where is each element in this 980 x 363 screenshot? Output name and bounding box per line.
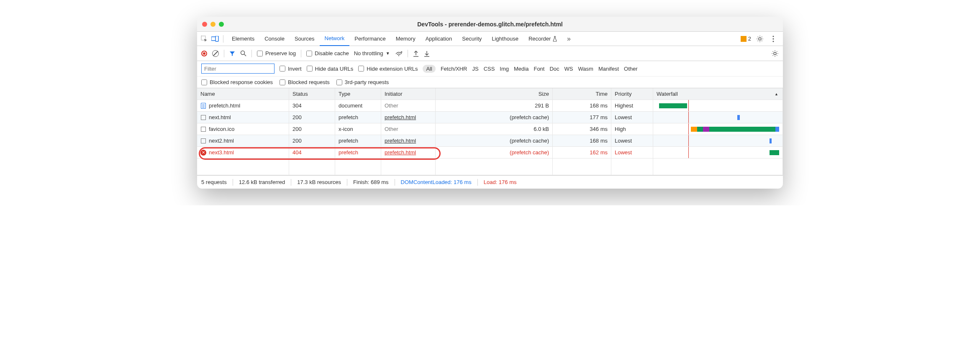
filter-type-css[interactable]: CSS (484, 66, 495, 72)
chevron-down-icon: ▼ (386, 51, 390, 56)
row-waterfall (653, 123, 783, 135)
filter-type-fetch-xhr[interactable]: Fetch/XHR (441, 66, 467, 72)
tab-network[interactable]: Network (320, 32, 350, 46)
filter-type-img[interactable]: Img (500, 66, 509, 72)
filter-type-font[interactable]: Font (534, 66, 544, 72)
filter-type-other[interactable]: Other (624, 66, 638, 72)
network-table: Name Status Type Initiator Size Time Pri… (197, 88, 783, 175)
row-status: 200 (292, 126, 302, 132)
maximize-window-button[interactable] (219, 22, 224, 27)
table-row[interactable]: ✕next3.html404prefetchprefetch.html(pref… (197, 147, 783, 158)
table-row[interactable]: next.html200prefetchprefetch.html(prefet… (197, 112, 783, 123)
column-time[interactable]: Time (553, 88, 611, 100)
filter-type-media[interactable]: Media (514, 66, 528, 72)
initiator-link[interactable]: prefetch.html (385, 138, 416, 144)
throttling-select[interactable]: No throttling ▼ (354, 50, 390, 56)
filter-toggle-icon[interactable] (229, 51, 235, 56)
clear-button[interactable] (212, 50, 219, 57)
window-title: DevTools - prerender-demos.glitch.me/pre… (197, 21, 783, 28)
column-waterfall[interactable]: Waterfall (653, 88, 783, 100)
tab-recorder[interactable]: Recorder (523, 32, 562, 46)
hide-extension-urls-checkbox[interactable]: Hide extension URLs (358, 66, 418, 72)
status-bar: 5 requests 12.6 kB transferred 17.3 kB r… (197, 175, 783, 189)
row-type: prefetch (339, 114, 358, 120)
invert-checkbox[interactable]: Invert (280, 66, 302, 72)
minimize-window-button[interactable] (210, 22, 215, 27)
row-priority: Lowest (615, 114, 632, 120)
status-load: Load: 176 ms (484, 179, 517, 185)
row-waterfall (653, 135, 783, 146)
inspect-element-icon[interactable] (200, 34, 209, 43)
filter-type-ws[interactable]: WS (564, 66, 573, 72)
filter-bar: Invert Hide data URLs Hide extension URL… (197, 61, 783, 77)
row-waterfall (653, 100, 783, 111)
column-name[interactable]: Name (197, 88, 289, 100)
row-size: (prefetch cache) (510, 149, 549, 156)
hide-data-urls-checkbox[interactable]: Hide data URLs (307, 66, 354, 72)
row-status: 304 (292, 102, 302, 109)
tab-performance[interactable]: Performance (349, 32, 390, 46)
tab-security[interactable]: Security (457, 32, 487, 46)
warnings-badge[interactable]: 2 (741, 36, 751, 42)
row-priority: Lowest (615, 149, 632, 156)
column-size[interactable]: Size (436, 88, 553, 100)
row-type: prefetch (339, 149, 358, 156)
empty-row (197, 158, 783, 175)
filter-type-doc[interactable]: Doc (549, 66, 559, 72)
titlebar: DevTools - prerender-demos.glitch.me/pre… (197, 17, 783, 32)
filter-type-all[interactable]: All (423, 65, 435, 73)
table-row[interactable]: favicon.ico200x-iconOther6.0 kB346 msHig… (197, 123, 783, 135)
row-time: 168 ms (590, 102, 608, 109)
devtools-window: DevTools - prerender-demos.glitch.me/pre… (197, 17, 783, 189)
column-priority[interactable]: Priority (611, 88, 653, 100)
tab-console[interactable]: Console (259, 32, 290, 46)
network-settings-icon[interactable] (771, 50, 779, 57)
disable-cache-checkbox[interactable]: Disable cache (306, 50, 349, 56)
export-har-icon[interactable] (424, 50, 430, 57)
tab-sources[interactable]: Sources (290, 32, 320, 46)
svg-line-7 (244, 54, 246, 56)
close-window-button[interactable] (202, 22, 207, 27)
tab-elements[interactable]: Elements (227, 32, 259, 46)
row-status: 200 (292, 138, 302, 144)
more-tabs-icon[interactable]: » (564, 34, 573, 43)
status-resources: 17.3 kB resources (297, 179, 341, 185)
record-button[interactable] (201, 51, 207, 56)
import-har-icon[interactable] (413, 50, 419, 57)
file-icon (200, 126, 206, 133)
window-controls (202, 22, 224, 27)
column-status[interactable]: Status (289, 88, 335, 100)
network-toolbar: Preserve log Disable cache No throttling… (197, 46, 783, 61)
column-type[interactable]: Type (335, 88, 381, 100)
kebab-menu-icon[interactable] (769, 34, 778, 43)
tab-memory[interactable]: Memory (391, 32, 421, 46)
third-party-checkbox[interactable]: 3rd-party requests (336, 79, 389, 85)
search-icon[interactable] (240, 50, 246, 56)
blocked-requests-checkbox[interactable]: Blocked requests (280, 79, 330, 85)
warning-icon (741, 36, 747, 42)
table-row[interactable]: prefetch.html304documentOther291 B168 ms… (197, 100, 783, 112)
row-size: 6.0 kB (534, 126, 549, 132)
row-time: 346 ms (590, 126, 608, 132)
row-name: prefetch.html (209, 102, 240, 109)
tab-application[interactable]: Application (421, 32, 457, 46)
preserve-log-checkbox[interactable]: Preserve log (257, 50, 296, 56)
filter-input[interactable] (201, 64, 275, 74)
device-toolbar-icon[interactable] (210, 34, 220, 43)
initiator-link[interactable]: prefetch.html (385, 114, 416, 120)
filter-type-wasm[interactable]: Wasm (578, 66, 593, 72)
filter-type-manifest[interactable]: Manifest (598, 66, 619, 72)
table-header[interactable]: Name Status Type Initiator Size Time Pri… (197, 88, 783, 100)
row-waterfall (653, 112, 783, 123)
svg-point-5 (772, 41, 774, 42)
initiator-link[interactable]: prefetch.html (385, 149, 416, 156)
row-name: next3.html (209, 149, 234, 156)
column-initiator[interactable]: Initiator (381, 88, 436, 100)
blocked-cookies-checkbox[interactable]: Blocked response cookies (201, 79, 273, 85)
settings-icon[interactable] (755, 34, 765, 43)
network-conditions-icon[interactable] (395, 51, 403, 56)
filter-type-js[interactable]: JS (472, 66, 478, 72)
table-row[interactable]: next2.html200prefetchprefetch.html(prefe… (197, 135, 783, 147)
file-icon (200, 114, 206, 121)
tab-lighthouse[interactable]: Lighthouse (487, 32, 523, 46)
